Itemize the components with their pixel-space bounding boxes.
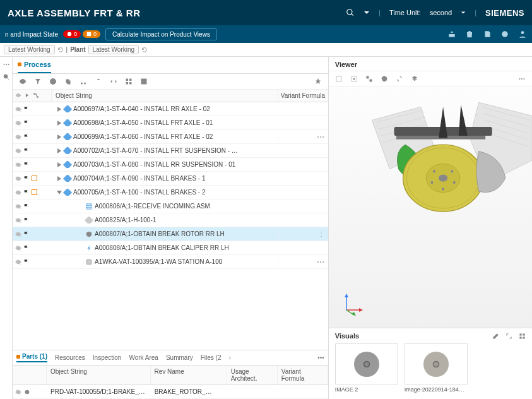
expand-icon[interactable] <box>57 191 62 194</box>
svg-point-5 <box>521 31 524 34</box>
svg-rect-20 <box>129 79 132 81</box>
search-icon[interactable] <box>346 8 355 17</box>
calculate-impact-button[interactable]: Calculate Impact on Product Views <box>105 28 217 40</box>
tab-process[interactable]: Process <box>18 61 51 73</box>
col-object-string[interactable]: Object String <box>47 366 151 384</box>
chevron-right-icon[interactable]: › <box>229 354 231 361</box>
user-icon[interactable] <box>518 30 527 39</box>
tab-summary[interactable]: Summary <box>166 354 193 361</box>
tree-row[interactable]: A000699/A;1-ST-A-060 - INSTALL FRT AXLE … <box>13 130 328 144</box>
rotate-icon[interactable] <box>381 75 388 83</box>
bc-plant-state[interactable]: Latest Working <box>88 45 139 54</box>
visibility-off-icon[interactable] <box>15 120 21 126</box>
select-icon[interactable] <box>335 75 343 83</box>
visibility-off-icon[interactable] <box>15 162 21 168</box>
grid-icon[interactable] <box>519 333 526 340</box>
col-variant[interactable]: Variant Formula <box>278 366 328 384</box>
layout-icon[interactable] <box>140 78 148 85</box>
tree-row[interactable]: A1WKA-VAT-100395/A;1-WA STATION A-100⋯ <box>13 255 328 269</box>
svg-point-11 <box>22 81 24 83</box>
more-icon[interactable]: ••• <box>317 354 324 361</box>
tab-workarea[interactable]: Work Area <box>129 354 158 361</box>
visibility-off-icon[interactable] <box>15 148 21 154</box>
tree-row[interactable]: A000703/A;1-ST-A-080 - INSTALL RR SUSPEN… <box>13 158 328 172</box>
visibility-off-icon[interactable] <box>15 189 21 196</box>
search-icon[interactable] <box>3 73 10 81</box>
bc-state[interactable]: Latest Working <box>4 45 55 54</box>
impact-badge-red[interactable]: 0 <box>63 30 81 38</box>
fit-icon[interactable] <box>350 75 358 83</box>
delete-icon[interactable] <box>465 30 474 39</box>
more-icon[interactable] <box>3 61 10 68</box>
time-unit-value[interactable]: second <box>430 9 452 16</box>
more-icon[interactable]: ⋯ <box>317 258 324 266</box>
mesh-icon <box>86 203 92 210</box>
tab-inspection[interactable]: Inspection <box>93 354 122 361</box>
viewer-canvas[interactable] <box>329 87 532 328</box>
expand-icon[interactable] <box>57 121 61 126</box>
more-icon[interactable]: ⋮ <box>318 230 324 237</box>
tree-row[interactable]: A000705/A;1-ST-A-100 - INSTALL BRAKES - … <box>13 186 328 200</box>
visibility-off-icon[interactable] <box>15 259 21 265</box>
expand-icon[interactable] <box>57 176 61 181</box>
action-icon[interactable] <box>483 30 492 39</box>
col-expand-icon[interactable] <box>24 92 30 98</box>
refresh-icon[interactable] <box>141 47 148 53</box>
visibility-off-icon[interactable] <box>15 389 21 395</box>
col-hierarchy-icon[interactable] <box>33 92 39 98</box>
expand-icon[interactable] <box>505 333 512 340</box>
tree-row[interactable]: A000825/A;1-H-100-1 <box>13 213 328 227</box>
tree-row[interactable]: A000808/A;1-OBTAIN BREAK CALIPER RR LH <box>13 241 328 255</box>
tree-row[interactable]: A000704/A;1-ST-A-090 - INSTALL BRAKES - … <box>13 172 328 186</box>
visibility-off-icon[interactable] <box>15 176 21 182</box>
visual-thumb[interactable]: Image-20220914-184956.jpg <box>405 343 468 393</box>
add-icon[interactable] <box>49 78 57 85</box>
tab-parts[interactable]: Parts (1) <box>16 353 47 362</box>
refresh-icon[interactable] <box>57 47 64 53</box>
tree-row[interactable]: A000702/A;1-ST-A-070 - INSTALL FRT SUSPE… <box>13 144 328 158</box>
col-object-string[interactable]: Object String <box>52 90 278 102</box>
cut-icon[interactable] <box>80 78 87 85</box>
tree-row[interactable]: A000697/A;1-ST-A-040 - INSTALL RR AXLE -… <box>13 102 328 116</box>
visibility-off-icon[interactable] <box>15 203 21 210</box>
chevron-down-icon[interactable] <box>364 9 370 16</box>
copy-icon[interactable] <box>64 78 72 85</box>
tree-body[interactable]: A000697/A;1-ST-A-040 - INSTALL RR AXLE -… <box>13 102 328 350</box>
action-icon[interactable] <box>500 30 509 39</box>
export-icon[interactable] <box>95 78 102 85</box>
tree-row[interactable]: A000698/A;1-ST-A-050 - INSTALL FRT AXLE … <box>13 116 328 130</box>
pin-icon[interactable] <box>314 78 322 85</box>
chevron-down-icon[interactable] <box>461 10 466 15</box>
expand-icon[interactable] <box>57 162 61 167</box>
tree-row[interactable]: A000807/A;1-OBTAIN BREAK ROTOR RR LH⋮ <box>13 227 328 241</box>
filter-icon[interactable] <box>34 78 42 85</box>
parts-row[interactable]: PRD-VAT-100055/D;1-BRAKE_ROT… BRAKE_ROTO… <box>13 385 328 399</box>
tab-resources[interactable]: Resources <box>55 354 85 361</box>
visual-thumb[interactable]: IMAGE 2 <box>335 343 398 393</box>
more-icon[interactable]: ⋯ <box>317 133 324 141</box>
zoom-icon[interactable] <box>365 75 373 83</box>
edit-icon[interactable] <box>492 333 499 340</box>
visibility-off-icon[interactable] <box>15 217 21 223</box>
layers-icon[interactable] <box>411 75 418 83</box>
expand-icon[interactable] <box>57 134 61 140</box>
move-icon[interactable] <box>110 78 117 85</box>
col-visibility-icon[interactable] <box>15 92 21 98</box>
pan-icon[interactable] <box>396 75 403 83</box>
expand-icon[interactable] <box>57 107 61 112</box>
impact-badge-orange[interactable]: 0 <box>83 30 100 38</box>
more-icon[interactable] <box>518 75 526 83</box>
tree-row[interactable]: A000806/A;1-RECEIVE INCOMING ASM <box>13 200 328 213</box>
visibility-off-icon[interactable] <box>15 231 21 237</box>
visibility-off-icon[interactable] <box>15 106 21 112</box>
share-icon[interactable] <box>447 30 456 39</box>
visibility-off-icon[interactable] <box>15 245 21 251</box>
visibility-off-icon[interactable] <box>15 134 21 140</box>
grid-icon[interactable] <box>125 78 133 85</box>
expand-icon[interactable] <box>57 148 61 153</box>
col-variant-formula[interactable]: Variant Formula <box>278 90 328 102</box>
visibility-icon[interactable] <box>19 78 27 85</box>
tab-files[interactable]: Files (2 <box>201 354 222 361</box>
col-rev-name[interactable]: Rev Name <box>151 366 227 384</box>
col-usage[interactable]: Usage Architect. <box>227 366 278 384</box>
